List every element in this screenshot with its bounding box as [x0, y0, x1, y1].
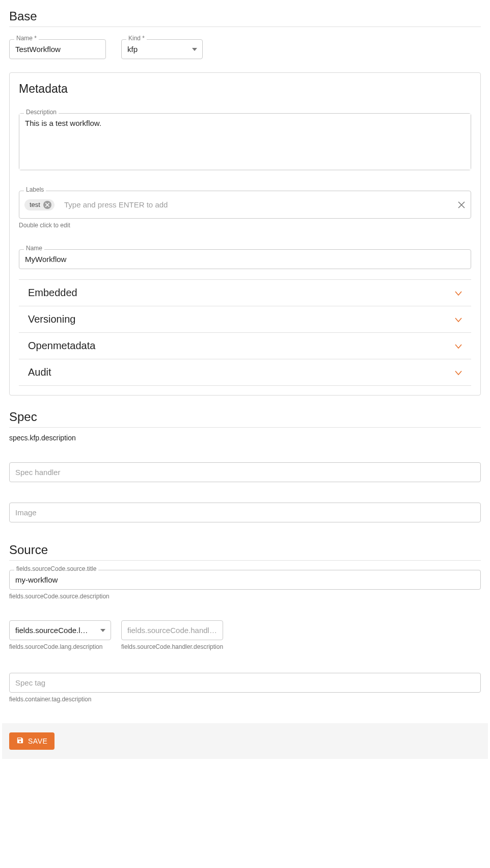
- metadata-name-field[interactable]: Name: [19, 249, 471, 269]
- chevron-down-icon[interactable]: [455, 341, 462, 351]
- clear-icon[interactable]: [457, 201, 466, 209]
- chevron-down-icon[interactable]: [95, 629, 111, 632]
- spec-handler-field[interactable]: [9, 462, 481, 482]
- kind-value: kfp: [122, 40, 187, 59]
- spec-handler-input[interactable]: [10, 463, 480, 482]
- name-input[interactable]: [10, 40, 105, 59]
- image-input[interactable]: [10, 503, 480, 522]
- metadata-name-input[interactable]: [19, 250, 471, 269]
- accordion-audit[interactable]: Audit: [19, 359, 471, 386]
- save-icon: [16, 737, 24, 746]
- divider: [9, 560, 481, 561]
- footer-bar: SAVE: [2, 723, 488, 759]
- save-button-label: SAVE: [28, 737, 47, 745]
- save-button[interactable]: SAVE: [9, 732, 55, 750]
- metadata-card: Metadata Description This is a test work…: [9, 72, 481, 396]
- spec-description: specs.kfp.description: [9, 434, 481, 442]
- name-label: Name *: [14, 35, 39, 41]
- source-lang-placeholder: fields.sourceCode.lang.t…: [10, 621, 95, 640]
- source-title-helper: fields.sourceCode.source.description: [9, 593, 481, 600]
- description-textarea[interactable]: This is a test workflow.: [19, 114, 471, 170]
- chevron-down-icon[interactable]: [455, 315, 462, 324]
- source-lang-field[interactable]: fields.sourceCode.lang.t…: [9, 620, 111, 640]
- labels-label: Labels: [24, 187, 46, 193]
- labels-input[interactable]: [59, 195, 453, 214]
- source-title-label: fields.sourceCode.source.title: [14, 566, 98, 572]
- image-field[interactable]: [9, 503, 481, 522]
- source-handler-helper: fields.sourceCode.handler.description: [121, 643, 223, 650]
- kind-field[interactable]: Kind * kfp: [121, 39, 203, 59]
- accordion-title: Openmetadata: [28, 340, 95, 352]
- close-icon[interactable]: [43, 201, 51, 209]
- name-field[interactable]: Name *: [9, 39, 106, 59]
- section-title-source: Source: [9, 543, 481, 557]
- source-handler-field[interactable]: [121, 620, 223, 640]
- source-title-field[interactable]: fields.sourceCode.source.title: [9, 570, 481, 590]
- accordion-title: Versioning: [28, 313, 75, 325]
- description-field[interactable]: Description This is a test workflow.: [19, 113, 471, 170]
- label-chip[interactable]: test: [24, 199, 55, 211]
- source-handler-input[interactable]: [122, 621, 223, 640]
- metadata-name-label: Name: [24, 245, 44, 251]
- divider: [9, 427, 481, 428]
- accordion-versioning[interactable]: Versioning: [19, 306, 471, 332]
- chevron-down-icon[interactable]: [455, 288, 462, 298]
- accordion-title: Audit: [28, 366, 51, 378]
- kind-label: Kind *: [126, 35, 147, 41]
- section-title-spec: Spec: [9, 410, 481, 424]
- accordion-title: Embedded: [28, 287, 77, 299]
- source-title-input[interactable]: [10, 570, 480, 589]
- section-title-base: Base: [9, 9, 481, 23]
- accordion-embedded[interactable]: Embedded: [19, 279, 471, 306]
- label-chip-text: test: [30, 201, 40, 208]
- spec-tag-input[interactable]: [10, 673, 480, 692]
- accordion-openmetadata[interactable]: Openmetadata: [19, 332, 471, 359]
- section-title-metadata: Metadata: [19, 82, 471, 96]
- labels-field[interactable]: Labels test: [19, 191, 471, 219]
- spec-tag-helper: fields.container.tag.description: [9, 696, 481, 703]
- chevron-down-icon[interactable]: [455, 368, 462, 377]
- description-label: Description: [24, 109, 59, 115]
- source-lang-helper: fields.sourceCode.lang.description: [9, 643, 111, 650]
- labels-helper: Double click to edit: [19, 222, 471, 229]
- spec-tag-field[interactable]: [9, 673, 481, 693]
- divider: [9, 27, 481, 27]
- accordion-group: Embedded Versioning Openmetadata Audit: [19, 279, 471, 386]
- chevron-down-icon[interactable]: [187, 48, 202, 51]
